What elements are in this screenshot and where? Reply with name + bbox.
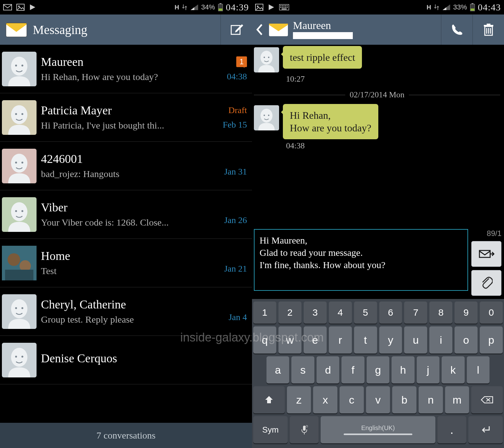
key-h[interactable]: h bbox=[392, 356, 414, 383]
thread-header: Maureen bbox=[252, 14, 504, 45]
conversation-time: Jan 31 bbox=[224, 167, 247, 177]
key-backspace[interactable] bbox=[471, 386, 503, 413]
key-sym[interactable]: Sym bbox=[253, 416, 288, 443]
key-6[interactable]: 6 bbox=[379, 302, 402, 324]
svg-rect-42 bbox=[284, 5, 284, 6]
key-f[interactable]: f bbox=[341, 356, 364, 383]
back-button[interactable] bbox=[252, 14, 293, 45]
svg-point-32 bbox=[21, 307, 23, 309]
key-u[interactable]: u bbox=[404, 326, 427, 353]
key-r[interactable]: r bbox=[329, 326, 352, 353]
conversation-preview: Your Viber code is: 1268. Close... bbox=[41, 217, 209, 228]
call-button[interactable] bbox=[441, 14, 472, 45]
conversation-preview: bad_rojez: Hangouts bbox=[41, 169, 209, 179]
key-x[interactable]: x bbox=[313, 386, 337, 413]
data-arrows-icon bbox=[434, 4, 439, 11]
key-m[interactable]: m bbox=[445, 386, 469, 413]
svg-point-30 bbox=[11, 299, 27, 318]
data-arrows-icon bbox=[182, 4, 187, 11]
message-input[interactable]: Hi Maureen, Glad to read your message. I… bbox=[254, 229, 468, 291]
key-o[interactable]: o bbox=[455, 326, 478, 353]
key-9[interactable]: 9 bbox=[455, 302, 478, 324]
key-e[interactable]: e bbox=[304, 326, 327, 353]
conversation-row[interactable]: Home Test Jan 21 bbox=[0, 239, 252, 287]
conversation-row[interactable]: Denise Cerquos bbox=[0, 336, 252, 384]
app-header: Messaging bbox=[0, 14, 252, 45]
conversation-list[interactable]: Maureen Hi Rehan, How are you today? 1 0… bbox=[0, 45, 252, 423]
image-icon bbox=[255, 4, 263, 11]
key-k[interactable]: k bbox=[442, 356, 464, 383]
conversation-row[interactable]: Patricia Mayer Hi Patricia, I've just bo… bbox=[0, 93, 252, 142]
key-c[interactable]: c bbox=[340, 386, 364, 413]
message-thread[interactable]: test ripple effect 10:27 02/17/2014 Mon … bbox=[252, 45, 504, 227]
avatar bbox=[2, 197, 37, 232]
conversation-time: Jan 4 bbox=[229, 312, 247, 322]
signal-icon bbox=[190, 4, 199, 11]
key-b[interactable]: b bbox=[392, 386, 416, 413]
compose-button[interactable] bbox=[220, 14, 252, 45]
key-n[interactable]: n bbox=[419, 386, 443, 413]
incoming-message[interactable]: Hi Rehan, How are you today? bbox=[254, 104, 500, 139]
key-q[interactable]: q bbox=[253, 326, 276, 353]
key-p[interactable]: p bbox=[480, 326, 503, 353]
key-period[interactable]: . bbox=[438, 416, 466, 443]
incoming-message[interactable]: test ripple effect bbox=[254, 46, 500, 72]
message-bubble: Hi Rehan, How are you today? bbox=[283, 104, 378, 139]
key-t[interactable]: t bbox=[354, 326, 377, 353]
send-button[interactable] bbox=[471, 241, 501, 267]
key-7[interactable]: 7 bbox=[404, 302, 427, 324]
svg-rect-43 bbox=[285, 5, 286, 6]
svg-point-63 bbox=[264, 57, 265, 58]
messaging-app-icon bbox=[5, 21, 28, 38]
key-enter[interactable] bbox=[468, 416, 503, 443]
conversation-row[interactable]: 4246001 bad_rojez: Hangouts Jan 31 bbox=[0, 142, 252, 190]
key-5[interactable]: 5 bbox=[354, 302, 377, 324]
message-time: 04:38 bbox=[286, 141, 500, 151]
conversation-name: 4246001 bbox=[41, 152, 209, 166]
key-3[interactable]: 3 bbox=[304, 302, 327, 324]
avatar bbox=[2, 100, 37, 135]
key-2[interactable]: 2 bbox=[278, 302, 301, 324]
conversation-time: Feb 15 bbox=[223, 120, 247, 130]
key-voice[interactable] bbox=[290, 416, 318, 443]
avatar bbox=[2, 52, 37, 86]
key-space[interactable]: English(UK) bbox=[321, 416, 435, 443]
svg-point-14 bbox=[11, 105, 27, 124]
conversation-time: Jan 26 bbox=[224, 215, 247, 225]
key-v[interactable]: v bbox=[366, 386, 390, 413]
key-w[interactable]: w bbox=[278, 326, 301, 353]
key-j[interactable]: j bbox=[417, 356, 439, 383]
conversation-time: 04:38 bbox=[227, 72, 247, 82]
draft-label: Draft bbox=[228, 105, 247, 115]
svg-rect-56 bbox=[484, 25, 493, 26]
key-1[interactable]: 1 bbox=[253, 302, 276, 324]
key-g[interactable]: g bbox=[367, 356, 389, 383]
key-l[interactable]: l bbox=[467, 356, 490, 383]
battery-icon bbox=[218, 3, 223, 12]
conversation-name: Denise Cerquos bbox=[41, 352, 209, 365]
date-divider: 02/17/2014 Mon bbox=[254, 90, 500, 100]
message-time: 10:27 bbox=[286, 74, 500, 84]
key-y[interactable]: y bbox=[379, 326, 402, 353]
conversation-row[interactable]: Maureen Hi Rehan, How are you today? 1 0… bbox=[0, 45, 252, 93]
conversation-name: Cheryl, Catherine bbox=[41, 298, 209, 311]
key-d[interactable]: d bbox=[317, 356, 339, 383]
key-i[interactable]: i bbox=[429, 326, 452, 353]
conversation-row[interactable]: Cheryl, Catherine Group test. Reply plea… bbox=[0, 287, 252, 336]
key-8[interactable]: 8 bbox=[429, 302, 452, 324]
conversation-row[interactable]: Viber Your Viber code is: 1268. Close...… bbox=[0, 190, 252, 239]
key-4[interactable]: 4 bbox=[329, 302, 352, 324]
mail-icon bbox=[3, 4, 12, 10]
svg-rect-57 bbox=[487, 24, 490, 25]
key-z[interactable]: z bbox=[287, 386, 311, 413]
avatar bbox=[254, 105, 279, 130]
key-a[interactable]: a bbox=[266, 356, 289, 383]
svg-rect-48 bbox=[285, 7, 286, 8]
key-s[interactable]: s bbox=[291, 356, 314, 383]
attach-button[interactable] bbox=[471, 270, 501, 296]
network-h-icon: H bbox=[427, 4, 431, 11]
delete-button[interactable] bbox=[472, 14, 504, 45]
key-0[interactable]: 0 bbox=[480, 302, 503, 324]
svg-rect-52 bbox=[472, 3, 473, 4]
key-shift[interactable] bbox=[253, 386, 285, 413]
